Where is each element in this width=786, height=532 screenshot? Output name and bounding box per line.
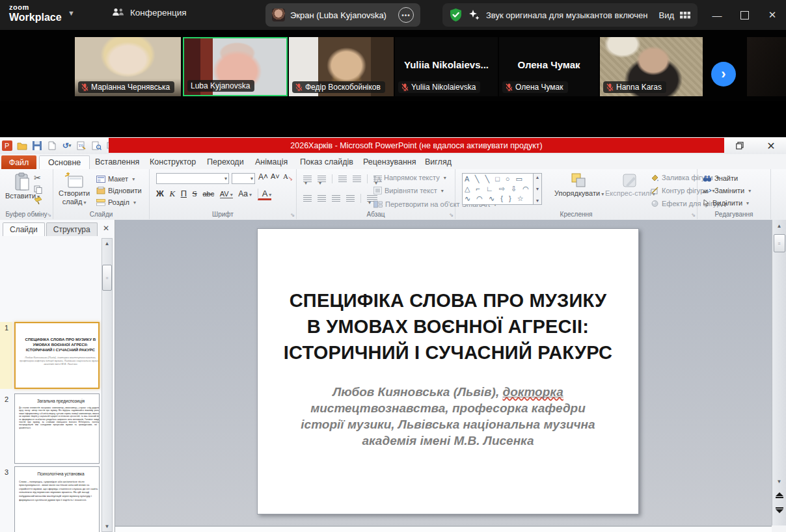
format-painter-icon[interactable] <box>34 196 43 207</box>
dialog-launcher-icon[interactable]: ⇘ <box>47 212 51 218</box>
numbering-button[interactable] <box>318 176 326 182</box>
text-direction-button[interactable]: A Напрямок тексту <box>373 172 446 183</box>
clear-formatting-button[interactable]: A <box>283 172 293 183</box>
font-color-button[interactable]: A <box>258 189 272 200</box>
notes-pane[interactable]: Нотатки до слайда <box>115 525 772 532</box>
replace-button[interactable]: ab Замінити <box>703 185 751 196</box>
next-slide-button[interactable] <box>772 507 786 514</box>
scroll-up-icon[interactable]: ▲ <box>772 223 786 229</box>
slide-thumbnail-1[interactable]: СПЕЦИФІКА СЛОВА ПРО МУЗИКУ В УМОВАХ ВОЄН… <box>14 322 100 389</box>
new-document-icon[interactable] <box>46 140 57 152</box>
panel-scrollbar[interactable]: ▲ = ▼ <box>102 238 113 532</box>
tab-label: Основне <box>48 158 81 167</box>
shapes-scroll-buttons[interactable]: ▲▼▼ <box>534 173 542 205</box>
more-options-icon[interactable]: ••• <box>398 7 414 23</box>
panel-scroll-thumb[interactable]: = <box>102 265 112 291</box>
scroll-down-icon[interactable]: ▼ <box>772 479 786 485</box>
grow-font-button[interactable]: A˄ <box>258 172 268 181</box>
tab-insert[interactable]: Вставлення <box>87 155 148 168</box>
align-center-button[interactable] <box>318 195 326 202</box>
proofing-icon[interactable]: Тб <box>76 140 87 152</box>
cut-icon[interactable]: ✂ <box>34 173 41 183</box>
tab-meeting[interactable]: Конференция <box>112 7 187 18</box>
reset-button[interactable]: Відновити <box>96 185 142 196</box>
video-tile-olena-camera-off[interactable]: Олена Чумак Олена Чумак <box>499 37 599 96</box>
tab-design[interactable]: Конструктор <box>141 155 204 168</box>
select-button[interactable]: Виділити <box>703 197 749 209</box>
view-menu-label[interactable]: Вид <box>658 10 674 20</box>
ai-sparkle-icon[interactable] <box>468 9 480 21</box>
slide-thumbnail-2[interactable]: Загальна предиспозиція До сталих елемент… <box>14 393 100 464</box>
strikethrough-abc-button[interactable]: abc <box>202 190 214 198</box>
tab-transitions[interactable]: Переходи <box>198 155 252 168</box>
layout-button[interactable]: Макет <box>96 173 135 185</box>
open-file-icon[interactable] <box>16 140 27 152</box>
slide-subtitle[interactable]: Любов Кияновська (Львів), докторка мисте… <box>293 384 603 449</box>
tab-animations[interactable]: Анімація <box>247 155 296 168</box>
panel-close-icon[interactable]: ✕ <box>103 224 109 233</box>
dialog-launcher-icon[interactable]: ⇘ <box>290 212 295 218</box>
tab-slideshow[interactable]: Показ слайдів <box>291 155 362 168</box>
align-text-button[interactable]: Вирівняти текст <box>373 185 444 196</box>
video-tile-yuliia-camera-off[interactable]: Yuliia Nikolaievs... Yuliia Nikolaievska <box>395 37 498 96</box>
video-tile-marianna[interactable]: Маріанна Чернявська <box>75 37 181 96</box>
decrease-indent-button[interactable] <box>338 176 347 182</box>
shapes-grid[interactable]: A ╲ ╲ □ ○ ▭ △ ⌐ ∟ ⇨ ⇩ ◠ ∿ ◠ ∿ { } ☆ <box>462 173 534 205</box>
slide-thumbnail-3[interactable]: Психологічна установка Слово – попереднє… <box>14 466 100 532</box>
character-spacing-button[interactable]: AV <box>220 190 233 198</box>
window-minimize-button[interactable]: — <box>704 0 730 30</box>
new-slide-button[interactable]: Створити слайд <box>59 172 90 206</box>
video-tile-fedir[interactable]: Федір Воскобойніков <box>289 37 394 96</box>
bold-button[interactable]: Ж <box>156 189 164 198</box>
tab-review[interactable]: Рецензування <box>355 155 424 168</box>
copy-icon[interactable] <box>34 185 42 196</box>
video-tile-luba-active-speaker[interactable]: Luba Kyjanovska <box>183 37 288 96</box>
tab-shared-screen[interactable]: Экран (Luba Kyjanovska) ••• <box>265 3 420 27</box>
section-button[interactable]: Розділ <box>96 196 136 208</box>
previous-slide-button[interactable] <box>772 492 786 499</box>
bullets-button[interactable] <box>303 176 312 182</box>
change-case-button[interactable]: Aa <box>238 189 252 198</box>
scroll-up-icon[interactable]: ▲ <box>102 241 112 246</box>
tab-outline[interactable]: Структура <box>46 222 98 236</box>
window-maximize-button[interactable] <box>731 0 757 30</box>
strikethrough-button[interactable]: S <box>193 189 197 198</box>
shapes-gallery[interactable]: A ╲ ╲ □ ○ ▭ △ ⌐ ∟ ⇨ ⇩ ◠ ∿ ◠ ∿ { } ☆ ▲▼▼ <box>462 173 542 205</box>
dialog-launcher-icon[interactable]: ⇘ <box>449 212 454 218</box>
view-grid-icon[interactable] <box>680 10 690 20</box>
ppt-restore-button[interactable] <box>729 139 751 152</box>
window-close-button[interactable]: ✕ <box>759 0 786 30</box>
ppt-close-button[interactable]: ✕ <box>760 139 782 152</box>
slide-title[interactable]: СПЕЦИФІКА СЛОВА ПРО МУЗИКУ В УМОВАХ ВОЄН… <box>277 287 619 366</box>
security-shield-icon[interactable] <box>449 8 463 22</box>
tab-file[interactable]: Файл <box>1 155 36 169</box>
scroll-down-icon[interactable]: ▼ <box>102 524 112 529</box>
tab-slides-thumbnails[interactable]: Слайди <box>3 222 45 236</box>
slide-editing-area[interactable]: СПЕЦИФІКА СЛОВА ПРО МУЗИКУ В УМОВАХ ВОЄН… <box>115 220 772 525</box>
arrange-button[interactable]: Упорядкувати <box>554 172 604 198</box>
find-button[interactable]: Знайти <box>703 172 738 184</box>
tab-home[interactable]: Основне <box>39 155 90 169</box>
font-name-combo[interactable] <box>156 173 229 184</box>
align-right-button[interactable] <box>332 195 340 202</box>
undo-icon[interactable]: ↺▾ <box>61 140 72 152</box>
tab-view[interactable]: Вигляд <box>416 155 460 168</box>
shrink-font-button[interactable]: A˅ <box>271 172 280 180</box>
align-left-button[interactable] <box>303 195 312 202</box>
save-icon[interactable] <box>31 140 42 152</box>
increase-indent-button[interactable] <box>353 176 361 182</box>
underline-button[interactable]: П <box>181 189 187 198</box>
font-size-combo[interactable] <box>232 173 255 184</box>
justify-button[interactable] <box>346 195 355 202</box>
main-scroll-thumb[interactable]: = <box>774 234 785 252</box>
text-direction-label: Напрямок тексту <box>384 174 440 181</box>
video-tile-hanna[interactable]: Hanna Karas <box>600 37 703 96</box>
quick-styles-button[interactable]: Експрес-стилі <box>605 172 655 198</box>
main-scrollbar[interactable]: ▲ = ▼ <box>772 220 786 525</box>
slide-canvas[interactable]: СПЕЦИФІКА СЛОВА ПРО МУЗИКУ В УМОВАХ ВОЄН… <box>257 228 639 514</box>
chevron-down-icon[interactable]: ▼ <box>68 9 75 17</box>
dialog-launcher-icon[interactable]: ⇘ <box>691 212 696 218</box>
italic-button[interactable]: К <box>169 189 175 198</box>
next-participants-button[interactable]: › <box>711 62 736 86</box>
print-preview-icon[interactable] <box>91 140 102 152</box>
